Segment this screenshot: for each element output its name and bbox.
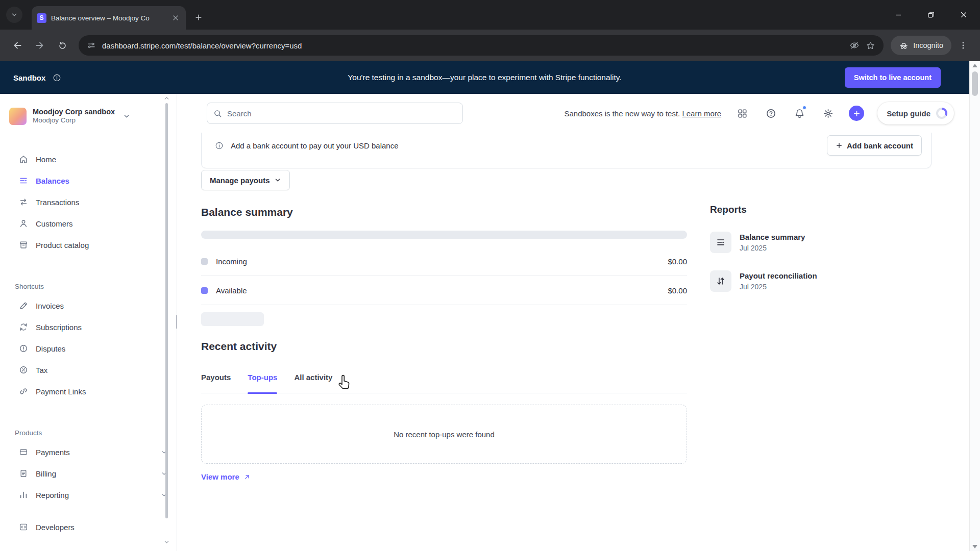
sidebar-scrollbar-thumb[interactable] [165, 103, 168, 518]
arrow-up-right-icon [243, 473, 251, 481]
balances-icon [19, 176, 28, 185]
sidebar-item-home[interactable]: Home [0, 148, 177, 170]
learn-more-link[interactable]: Learn more [682, 109, 721, 118]
settings-button[interactable] [820, 106, 836, 121]
chevron-down-icon [123, 113, 130, 120]
scroll-up-arrow-icon[interactable] [972, 64, 977, 67]
window-restore-button[interactable] [915, 0, 947, 30]
reporting-icon [19, 490, 28, 499]
balance-progress-bar [201, 231, 687, 239]
report-item-title: Payout reconciliation [740, 270, 817, 280]
disputes-icon [19, 344, 28, 353]
scroll-down-arrow-icon[interactable] [972, 545, 977, 548]
back-button[interactable] [7, 35, 28, 56]
sidebar-item-tax[interactable]: Tax [0, 359, 177, 381]
tab-top-ups[interactable]: Top-ups [248, 368, 277, 393]
url-text[interactable]: dashboard.stripe.com/test/balance/overvi… [102, 41, 843, 50]
balance-row-incoming[interactable]: Incoming $0.00 [201, 247, 687, 276]
plus-icon [836, 142, 843, 149]
add-bank-account-label: Add bank account [847, 141, 913, 150]
sidebar-scroll-down-icon[interactable] [163, 539, 170, 545]
report-payout-reconciliation[interactable]: Payout reconciliation Jul 2025 [710, 270, 929, 292]
sidebar-item-developers[interactable]: Developers [0, 516, 177, 538]
sidebar-scroll-up-icon[interactable] [163, 95, 170, 102]
site-settings-icon[interactable] [87, 41, 96, 50]
page-scrollbar-thumb[interactable] [972, 71, 978, 96]
manage-payouts-button[interactable]: Manage payouts [201, 170, 290, 190]
setup-progress-ring [936, 108, 947, 119]
privacy-eye-off-button[interactable] [849, 40, 860, 51]
sidebar-resize-handle[interactable] [176, 315, 177, 329]
sidebar-item-customers[interactable]: Customers [0, 213, 177, 234]
create-button[interactable] [849, 106, 864, 121]
add-bank-account-button[interactable]: Add bank account [827, 135, 922, 156]
chevron-down-icon [274, 177, 281, 184]
setup-guide-label: Setup guide [887, 109, 930, 118]
window-close-button[interactable] [947, 0, 980, 30]
incognito-indicator: Incognito [891, 36, 951, 55]
product-catalog-icon [19, 240, 28, 249]
incognito-label: Incognito [913, 41, 943, 49]
tab-all-activity[interactable]: All activity [294, 368, 332, 393]
help-icon [766, 108, 776, 119]
notification-dot [802, 106, 806, 110]
empty-state-message: No recent top-ups were found [394, 430, 495, 439]
forward-button[interactable] [30, 35, 50, 56]
reload-icon [58, 41, 67, 51]
setup-guide-button[interactable]: Setup guide [877, 102, 954, 124]
bookmark-star-button[interactable] [866, 41, 875, 51]
incognito-icon [899, 41, 909, 51]
switch-to-live-button[interactable]: Switch to live account [845, 67, 941, 88]
search-box[interactable] [207, 103, 463, 124]
sidebar-item-subscriptions[interactable]: Subscriptions [0, 316, 177, 338]
account-switcher[interactable]: Moodjoy Corp sandbox Moodjoy Corp [0, 94, 177, 125]
sidebar-item-label: Invoices [36, 302, 64, 310]
sidebar-nav: Home Balances Transactions Customers Pro… [0, 125, 177, 506]
sidebar-item-payment-links[interactable]: Payment Links [0, 381, 177, 402]
sidebar-item-label: Customers [36, 219, 73, 228]
balance-row-available[interactable]: Available $0.00 [201, 276, 687, 305]
report-balance-summary[interactable]: Balance summary Jul 2025 [710, 232, 929, 253]
search-input[interactable] [227, 109, 456, 118]
sidebar-item-label: Subscriptions [36, 323, 82, 332]
sidebar-item-label: Home [36, 155, 56, 164]
tax-icon [19, 365, 28, 374]
apps-button[interactable] [734, 106, 750, 121]
reload-button[interactable] [52, 35, 72, 56]
report-item-subtitle: Jul 2025 [740, 283, 817, 291]
sidebar-item-invoices[interactable]: Invoices [0, 295, 177, 316]
apps-grid-icon [737, 108, 748, 119]
tab-payouts[interactable]: Payouts [201, 368, 231, 393]
window-minimize-button[interactable] [882, 0, 915, 30]
browser-menu-button[interactable] [953, 36, 973, 55]
back-arrow-icon [12, 40, 22, 51]
sidebar-item-label: Balances [36, 177, 69, 185]
sandbox-notice: Sandboxes is the new way to test. Learn … [564, 109, 721, 118]
account-org: Moodjoy Corp [33, 116, 115, 125]
browser-tab[interactable]: S Balance overview – Moodjoy Co [32, 6, 186, 30]
sidebar-item-transactions[interactable]: Transactions [0, 191, 177, 213]
sandbox-message: You're testing in a sandbox—your place t… [348, 73, 621, 82]
page-scrollbar[interactable] [969, 61, 980, 551]
sidebar-item-product-catalog[interactable]: Product catalog [0, 234, 177, 256]
help-button[interactable] [763, 106, 778, 121]
sidebar-item-reporting[interactable]: Reporting [0, 484, 177, 506]
tab-title: Balance overview – Moodjoy Co [51, 14, 166, 22]
sidebar-item-payments[interactable]: Payments [0, 441, 177, 463]
sidebar-item-label: Product catalog [36, 241, 89, 249]
sidebar-item-label: Tax [36, 366, 47, 374]
report-item-subtitle: Jul 2025 [740, 244, 805, 252]
tab-close-icon[interactable] [170, 13, 181, 23]
new-tab-button[interactable] [190, 9, 207, 26]
address-bar[interactable]: dashboard.stripe.com/test/balance/overvi… [79, 35, 884, 56]
sidebar-item-balances[interactable]: Balances [0, 170, 177, 191]
tab-search-button[interactable] [6, 7, 22, 23]
sandbox-info-button[interactable] [53, 73, 61, 82]
sidebar-item-disputes[interactable]: Disputes [0, 338, 177, 359]
view-more-link[interactable]: View more [201, 472, 251, 481]
notifications-button[interactable] [792, 106, 807, 121]
window-controls [882, 0, 980, 30]
sidebar-item-billing[interactable]: Billing [0, 463, 177, 484]
bank-banner-text: Add a bank account to pay out your USD b… [231, 141, 399, 150]
search-icon [213, 109, 222, 118]
